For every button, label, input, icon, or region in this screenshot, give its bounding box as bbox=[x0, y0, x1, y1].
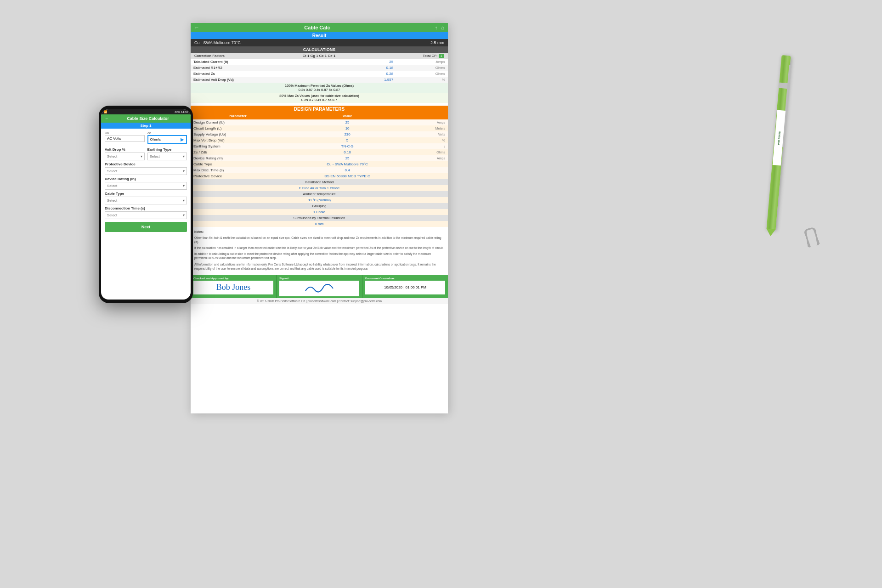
correction-factors-label: Correction Factors bbox=[194, 54, 225, 58]
cable-type: Cu - SWA Multicore 70°C bbox=[194, 40, 241, 45]
design-table: Parameter Value Design Current (Ib)25Amp… bbox=[191, 113, 448, 179]
zs-max-row: 100% Maximum Permitted Zs Values (Ohms) … bbox=[191, 83, 448, 93]
notes-paragraph: If the calculation has resulted in a lar… bbox=[194, 246, 444, 250]
volt-drop-group: Volt Drop % Select ▾ bbox=[105, 146, 145, 160]
install-method-label: Installation Method bbox=[191, 179, 448, 185]
pen-tip bbox=[766, 228, 775, 237]
ze-input[interactable]: Ohm/s ▶ bbox=[147, 135, 187, 144]
notes-section: Notes:Other than flat twin & earth the c… bbox=[191, 227, 448, 275]
notes-header: Notes: bbox=[194, 230, 444, 234]
cable-type-select[interactable]: Select ▾ bbox=[105, 197, 187, 204]
thermal-insulation-value: 0 mm bbox=[191, 221, 448, 227]
back-icon: ← bbox=[194, 25, 199, 30]
table-row: Protective DeviceBS EN 60898 MCB TYPE C bbox=[191, 173, 448, 179]
result-bar: Result bbox=[191, 32, 448, 39]
uo-ze-row: Uo AC Volts Ze Ohm/s ▶ bbox=[105, 131, 187, 144]
paper-title: Cable Calc bbox=[304, 25, 330, 30]
table-row: Circuit Length (L)10Meters bbox=[191, 125, 448, 131]
pen: PRO CERTS bbox=[766, 55, 791, 230]
footer-created: Document Created on: 10/05/2020 | 01:06:… bbox=[362, 275, 448, 298]
copyright-bar: © 2011-2020 Pro Certs Software Ltd | pro… bbox=[191, 298, 448, 304]
table-row: Estimated R1+R20.18Ohms bbox=[191, 65, 448, 71]
phone: 📶 62% 14:00 ← Cable Size Calculator Step… bbox=[99, 106, 193, 303]
table-row: Max Disc. Time (s)0.4 bbox=[191, 167, 448, 173]
notes-paragraph: Other than flat twin & earth the calcula… bbox=[194, 236, 444, 244]
col-parameter: Parameter bbox=[191, 113, 284, 119]
carrier: 📶 bbox=[104, 110, 107, 113]
notes-paragraph: All information and calculations are for… bbox=[194, 262, 444, 271]
protective-device-select[interactable]: Select ▾ bbox=[105, 167, 187, 175]
ambient-temp-value: 30 °C (Normal) bbox=[191, 197, 448, 203]
phone-content: Uo AC Volts Ze Ohm/s ▶ Volt Drop % bbox=[101, 129, 191, 300]
ze-group: Ze Ohm/s ▶ bbox=[147, 131, 187, 144]
phone-app-bar: ← Cable Size Calculator bbox=[101, 114, 191, 123]
calculations-header: CALCULATIONS bbox=[191, 46, 448, 53]
table-row: Design Current (Ib)25Amps bbox=[191, 119, 448, 125]
calculations-table: Tabulated Current (It)25AmpsEstimated R1… bbox=[191, 59, 448, 83]
protective-device-group: Protective Device Select ▾ bbox=[105, 162, 187, 175]
paper-document: ← Cable Calc ↑ ⌂ Result Cu - SWA Multico… bbox=[191, 23, 448, 413]
pen-container: PRO CERTS bbox=[774, 55, 783, 230]
device-rating-group: Device Rating (In) Select ▾ bbox=[105, 177, 187, 190]
earthing-type-select[interactable]: Select ▾ bbox=[147, 153, 187, 160]
correction-factors-row: Correction Factors Ct 1 Cg 1 Cc 1 Ce 1 T… bbox=[191, 53, 448, 59]
table-row: Supply Voltage (Uo)230Volts bbox=[191, 131, 448, 137]
ambient-temp-label: Ambient Temperature bbox=[191, 191, 448, 197]
install-method-value: E Free Air or Tray 1 Phase bbox=[191, 185, 448, 191]
thermal-insulation-label: Surrounded by Thermal Insulation bbox=[191, 215, 448, 221]
footer-checked: Checked and Approved by: Bob Jones bbox=[191, 275, 277, 298]
paper-app-bar: ← Cable Calc ↑ ⌂ bbox=[191, 23, 448, 32]
grouping-label: Grouping bbox=[191, 203, 448, 209]
footer-section: Checked and Approved by: Bob Jones Signe… bbox=[191, 275, 448, 298]
home-icon: ⌂ bbox=[441, 25, 444, 30]
earthing-type-group: Earthing Type Select ▾ bbox=[147, 146, 187, 160]
disconnection-time-group: Disconnection Time (s) Select ▾ bbox=[105, 206, 187, 219]
volt-drop-select[interactable]: Select ▾ bbox=[105, 153, 145, 160]
footer-signed-value bbox=[279, 281, 359, 296]
correction-factors-values: Ct 1 Cg 1 Cc 1 Ce 1 bbox=[303, 54, 336, 58]
col-value: Value bbox=[284, 113, 410, 119]
cable-size: 2.5 mm bbox=[430, 40, 444, 45]
table-row: Estimated Volt Drop (Vd)1.957% bbox=[191, 77, 448, 83]
zs-80-row: 80% Max Zs Values (used for cable size c… bbox=[191, 93, 448, 103]
device-rating-select[interactable]: Select ▾ bbox=[105, 182, 187, 190]
paperclip-3 bbox=[803, 226, 820, 248]
share-icon: ↑ bbox=[435, 25, 438, 30]
cable-type-group: Cable Type Select ▾ bbox=[105, 192, 187, 204]
volt-earthing-row: Volt Drop % Select ▾ Earthing Type Selec… bbox=[105, 146, 187, 160]
notes-paragraph: In addition to calculating a cable size … bbox=[194, 252, 444, 260]
phone-screen: 📶 62% 14:00 ← Cable Size Calculator Step… bbox=[101, 109, 191, 300]
table-row: Max Volt Drop (Vd)5% bbox=[191, 137, 448, 143]
uo-input[interactable]: AC Volts bbox=[105, 135, 145, 142]
cable-info-bar: Cu - SWA Multicore 70°C 2.5 mm bbox=[191, 39, 448, 46]
table-row: Earthing SystemTN-C-S↓ bbox=[191, 143, 448, 149]
table-row: Cable TypeCu - SWA Multicore 70°C bbox=[191, 161, 448, 167]
table-row: Device Rating (In)25Amps bbox=[191, 155, 448, 161]
table-row: Tabulated Current (It)25Amps bbox=[191, 59, 448, 65]
disconnection-time-select[interactable]: Select ▾ bbox=[105, 211, 187, 219]
phone-status-bar: 📶 62% 14:00 bbox=[101, 109, 191, 114]
table-row: Estimated Zs0.28Ohms bbox=[191, 71, 448, 77]
footer-checked-value: Bob Jones bbox=[193, 281, 273, 294]
phone-step-bar: Step 1 bbox=[101, 123, 191, 129]
phone-app-title: Cable Size Calculator bbox=[127, 116, 169, 121]
next-button[interactable]: Next bbox=[105, 222, 187, 232]
total-cf-label: Total CF: 1 bbox=[423, 54, 444, 58]
grouping-value: 1 Cable bbox=[191, 209, 448, 215]
status-icons: 62% 14:00 bbox=[175, 111, 188, 113]
footer-created-date: 10/05/2020 | 01:06:01 PM bbox=[365, 281, 445, 294]
phone-back-icon[interactable]: ← bbox=[105, 116, 109, 121]
design-header: DESIGN PARAMETERS bbox=[191, 106, 448, 113]
table-row: Ze / Zdb0.10Ohms bbox=[191, 149, 448, 155]
uo-group: Uo AC Volts bbox=[105, 131, 145, 144]
col-unit bbox=[410, 113, 448, 119]
footer-signed: Signed: bbox=[277, 275, 362, 298]
